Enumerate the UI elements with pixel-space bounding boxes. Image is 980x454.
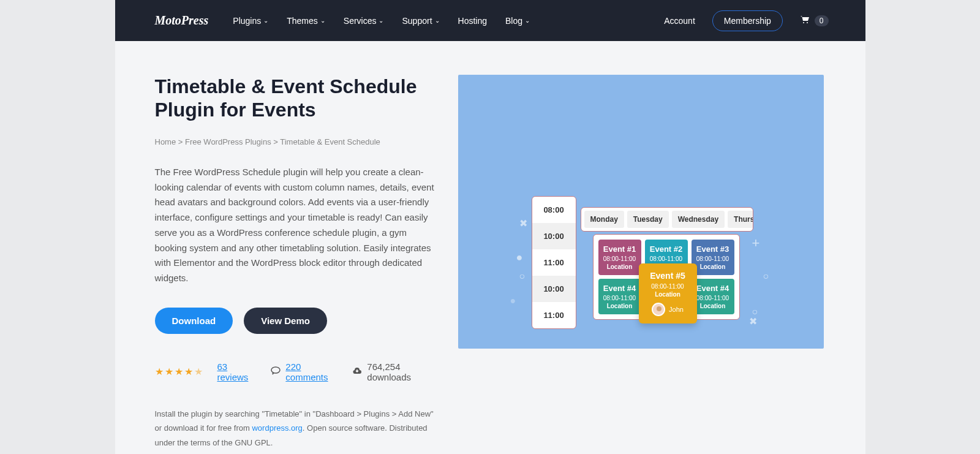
content: Timetable & Event Schedule Plugin for Ev… (115, 41, 865, 454)
event-card: Event #1 08:00-11:00 Location (598, 240, 641, 275)
reviews-link[interactable]: 63 reviews (217, 361, 257, 382)
day-cell: Thursd (728, 211, 753, 228)
event-card: Event #3 08:00-11:00 Location (692, 240, 734, 275)
nav-label: Hosting (458, 16, 487, 26)
decoration: ✖ (519, 218, 527, 229)
account-link[interactable]: Account (664, 16, 695, 26)
navbar: MotoPress Plugins⌄ Themes⌄ Services⌄ Sup… (115, 0, 865, 41)
nav-label: Themes (287, 16, 318, 26)
nav-blog[interactable]: Blog⌄ (505, 16, 530, 26)
event-location: Location (602, 263, 638, 270)
event-title: Event #4 (695, 284, 731, 293)
time-cell: 10:00 (532, 276, 576, 302)
day-cell: Monday (584, 211, 624, 228)
nav-label: Plugins (233, 16, 261, 26)
nav-plugins[interactable]: Plugins⌄ (233, 16, 268, 26)
svg-point-1 (807, 22, 808, 23)
event-location: Location (695, 263, 731, 270)
star-icon: ★ (184, 366, 193, 377)
nav-right: Account Membership 0 (664, 10, 828, 31)
event-location: Location (644, 291, 692, 298)
decoration: ○ (519, 271, 526, 282)
avatar-icon (652, 303, 665, 316)
stats-row: ★ ★ ★ ★ ★ 63 reviews 220 comments 764,25… (155, 361, 437, 382)
event-time: 08:00-11:00 (649, 255, 684, 262)
event-location: Location (695, 303, 731, 309)
description: The Free WordPress Schedule plugin will … (155, 165, 437, 286)
star-rating: ★ ★ ★ ★ ★ (155, 366, 203, 377)
chevron-down-icon: ⌄ (379, 17, 383, 24)
install-note: Install the plugin by searching "Timetab… (155, 407, 437, 450)
chevron-down-icon: ⌄ (435, 17, 440, 24)
nav-menu: Plugins⌄ Themes⌄ Services⌄ Support⌄ Host… (233, 16, 664, 26)
avatar-name: John (669, 306, 684, 313)
event-time: 08:00-11:00 (695, 295, 731, 301)
membership-button[interactable]: Membership (712, 10, 783, 31)
event-card: Event #4 08:00-11:00 Location (692, 279, 734, 314)
event-card-highlight: Event #5 08:00-11:00 Location John (639, 263, 697, 323)
star-icon: ★ (175, 366, 183, 377)
event-author: John (644, 303, 692, 316)
decoration: ● (510, 295, 516, 306)
event-location: Location (602, 303, 638, 309)
event-title: Event #5 (644, 271, 692, 281)
event-title: Event #2 (649, 244, 684, 254)
nav-label: Services (344, 16, 377, 26)
nav-label: Support (402, 16, 432, 26)
comments-stat: 220 comments (271, 361, 337, 382)
event-title: Event #3 (695, 244, 731, 254)
page-title: Timetable & Event Schedule Plugin for Ev… (155, 75, 437, 122)
star-icon: ★ (165, 366, 173, 377)
product-illustration: ✖ ● ○ + ○ ○ ● ✖ 08:00 10:00 11:00 10:00 … (458, 75, 824, 349)
event-title: Event #1 (602, 244, 638, 254)
breadcrumb: Home > Free WordPress Plugins > Timetabl… (155, 137, 437, 146)
nav-themes[interactable]: Themes⌄ (287, 16, 325, 26)
event-time: 08:00-11:00 (695, 255, 731, 262)
crumb-home[interactable]: Home (155, 137, 176, 146)
download-icon (352, 366, 362, 377)
nav-support[interactable]: Support⌄ (402, 16, 439, 26)
crumb-current: Timetable & Event Schedule (280, 137, 380, 146)
svg-point-2 (271, 367, 280, 373)
actions: Download View Demo (155, 308, 437, 334)
decoration: ○ (763, 271, 769, 282)
nav-services[interactable]: Services⌄ (344, 16, 384, 26)
event-title: Event #4 (602, 284, 638, 293)
downloads-text: 764,254 downloads (367, 361, 436, 382)
event-time: 08:00-11:00 (644, 283, 692, 290)
crumb-mid[interactable]: Free WordPress Plugins (185, 137, 271, 146)
cart-icon (800, 15, 810, 26)
star-half-icon: ★ (194, 366, 203, 377)
view-demo-button[interactable]: View Demo (244, 308, 327, 334)
star-icon: ★ (155, 366, 164, 377)
chevron-down-icon: ⌄ (263, 17, 268, 24)
decoration: ● (516, 251, 523, 264)
nav-hosting[interactable]: Hosting (458, 16, 487, 26)
time-cell: 08:00 (532, 197, 576, 223)
comment-icon (271, 366, 281, 377)
right-column: ✖ ● ○ + ○ ○ ● ✖ 08:00 10:00 11:00 10:00 … (458, 75, 824, 454)
wordpress-link[interactable]: wordpress.org (252, 423, 302, 433)
chevron-down-icon: ⌄ (525, 17, 530, 24)
cart-count: 0 (815, 15, 829, 26)
svg-point-0 (803, 22, 804, 23)
days-row: Monday Tuesday Wednesday Thursd (581, 207, 753, 232)
day-cell: Wednesday (672, 211, 725, 228)
cart[interactable]: 0 (800, 15, 829, 26)
download-button[interactable]: Download (155, 308, 233, 334)
decoration: + (752, 235, 760, 251)
event-card: Event #4 08:00-11:00 Location (598, 279, 641, 314)
chevron-down-icon: ⌄ (320, 17, 325, 24)
decoration: ✖ (749, 316, 757, 327)
downloads-stat: 764,254 downloads (352, 361, 436, 382)
logo[interactable]: MotoPress (155, 13, 209, 28)
time-cell: 11:00 (532, 302, 576, 328)
time-column: 08:00 10:00 11:00 10:00 11:00 (532, 196, 576, 329)
comments-link[interactable]: 220 comments (285, 361, 337, 382)
event-time: 08:00-11:00 (602, 255, 638, 262)
time-cell: 11:00 (532, 249, 576, 276)
event-time: 08:00-11:00 (602, 295, 638, 301)
nav-label: Blog (505, 16, 522, 26)
day-cell: Tuesday (627, 211, 669, 228)
left-column: Timetable & Event Schedule Plugin for Ev… (155, 75, 437, 454)
